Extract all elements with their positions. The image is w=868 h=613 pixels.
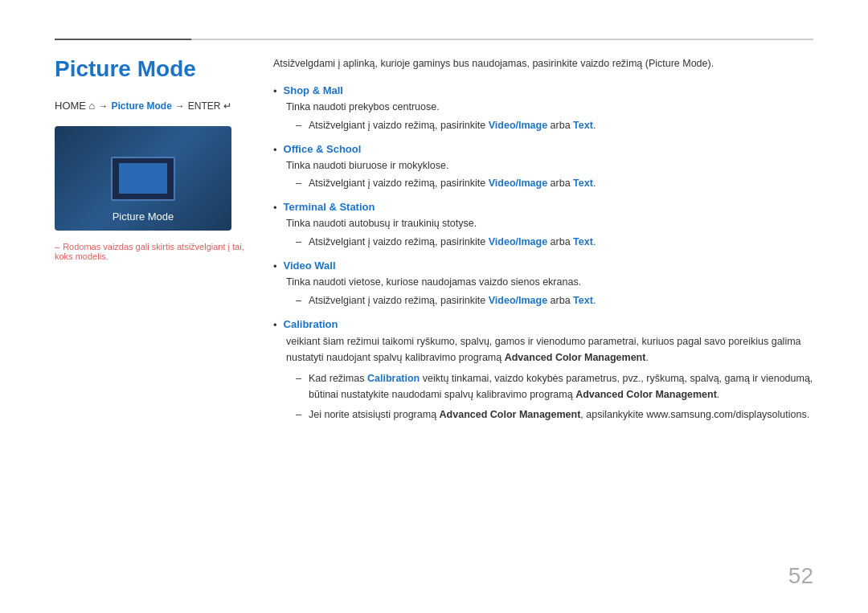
sub-dash-3: –	[296, 234, 304, 250]
sub-dash-6: –	[296, 407, 304, 423]
cal-sub-item-1: – Kad režimas Calibration veiktų tinkama…	[296, 370, 813, 403]
intro-text: Atsižvelgdami į aplinką, kurioje gaminys…	[273, 56, 813, 72]
sub-text-office-school: Atsižvelgiant į vaizdo režimą, pasirinki…	[309, 175, 596, 191]
preview-box: Picture Mode	[55, 126, 231, 231]
bullet-terminal-station: •	[273, 202, 277, 214]
home-icon: HOME ⌂	[55, 100, 95, 112]
calibration-desc: veikiant šiam režimui taikomi ryškumo, s…	[286, 333, 813, 366]
breadcrumb-link: Picture Mode	[111, 100, 171, 112]
section-title-terminal-station: Terminal & Station	[284, 201, 375, 213]
note-text: –Rodomas vaizdas gali skirtis atsižvelgi…	[55, 242, 248, 261]
breadcrumb-enter: ENTER ↵	[188, 100, 231, 112]
right-panel: Atsižvelgdami į aplinką, kurioje gaminys…	[273, 56, 813, 432]
sub-item-video-wall: – Atsižvelgiant į vaizdo režimą, pasirin…	[296, 292, 813, 309]
sub-text-video-wall: Atsižvelgiant į vaizdo režimą, pasirinki…	[309, 292, 596, 309]
section-desc-shop-mall: Tinka naudoti prekybos centruose.	[286, 100, 813, 115]
calibration-body: veikiant šiam režimui taikomi ryškumo, s…	[286, 333, 813, 423]
section-video-wall: • Video Wall Tinka naudoti vietose, kuri…	[273, 260, 813, 309]
page-number: 52	[788, 563, 813, 589]
section-calibration: • Calibration veikiant šiam režimui taik…	[273, 318, 813, 423]
section-desc-office-school: Tinka naudoti biuruose ir mokyklose.	[286, 158, 813, 174]
section-body-terminal-station: Tinka naudoti autobusų ir traukinių stot…	[286, 216, 813, 250]
sub-dash-2: –	[296, 175, 304, 191]
note-body: Rodomas vaizdas gali skirtis atsižvelgia…	[55, 242, 244, 261]
section-desc-terminal-station: Tinka naudoti autobusų ir traukinių stot…	[286, 216, 813, 231]
sub-dash: –	[296, 117, 304, 133]
section-header-video-wall: • Video Wall	[273, 260, 813, 272]
section-desc-video-wall: Tinka naudoti vietose, kuriose naudojama…	[286, 275, 813, 290]
section-shop-mall: • Shop & Mall Tinka naudoti prekybos cen…	[273, 84, 813, 133]
breadcrumb-arrow-2: →	[175, 100, 185, 112]
sub-item-office-school: – Atsižvelgiant į vaizdo režimą, pasirin…	[296, 175, 813, 191]
top-line-accent	[55, 39, 191, 40]
cal-sub-item-2: – Jei norite atsisiųsti programą Advance…	[296, 407, 813, 423]
sub-text-shop-mall: Atsižvelgiant į vaizdo režimą, pasirinki…	[309, 117, 596, 133]
section-body-shop-mall: Tinka naudoti prekybos centruose. – Atsi…	[286, 100, 813, 133]
sub-item-terminal-station: – Atsižvelgiant į vaizdo režimą, pasirin…	[296, 234, 813, 250]
section-header-office-school: • Office & School	[273, 143, 813, 156]
page-title: Picture Mode	[55, 56, 248, 82]
section-title-calibration: Calibration	[284, 318, 338, 330]
cal-sub-text-2: Jei norite atsisiųsti programą Advanced …	[309, 407, 809, 423]
sub-item-shop-mall: – Atsižvelgiant į vaizdo režimą, pasirin…	[296, 117, 813, 133]
section-header-shop-mall: • Shop & Mall	[273, 84, 813, 97]
sub-dash-5: –	[296, 370, 304, 386]
sub-text-terminal-station: Atsižvelgiant į vaizdo režimą, pasirinki…	[309, 234, 596, 250]
preview-screen-inner	[119, 163, 167, 194]
bullet-office-school: •	[273, 144, 277, 156]
breadcrumb-arrow-1: →	[98, 100, 108, 112]
section-header-terminal-station: • Terminal & Station	[273, 201, 813, 214]
section-title-office-school: Office & School	[284, 143, 362, 155]
section-terminal-station: • Terminal & Station Tinka naudoti autob…	[273, 201, 813, 250]
sub-dash-4: –	[296, 292, 304, 309]
note-dash: –	[55, 242, 59, 251]
section-office-school: • Office & School Tinka naudoti biuruose…	[273, 143, 813, 192]
section-title-shop-mall: Shop & Mall	[284, 84, 343, 96]
left-panel: Picture Mode HOME ⌂ → Picture Mode → ENT…	[55, 56, 248, 261]
breadcrumb: HOME ⌂ → Picture Mode → ENTER ↵	[55, 100, 248, 112]
bullet-calibration: •	[273, 319, 277, 331]
section-header-calibration: • Calibration	[273, 318, 813, 331]
preview-screen	[111, 157, 175, 201]
bullet-video-wall: •	[273, 260, 277, 272]
section-body-video-wall: Tinka naudoti vietose, kuriose naudojama…	[286, 275, 813, 309]
bullet-shop-mall: •	[273, 85, 277, 97]
preview-label: Picture Mode	[55, 210, 231, 223]
section-title-video-wall: Video Wall	[284, 260, 336, 272]
cal-sub-text-1: Kad režimas Calibration veiktų tinkamai,…	[309, 370, 813, 403]
section-body-office-school: Tinka naudoti biuruose ir mokyklose. – A…	[286, 158, 813, 192]
